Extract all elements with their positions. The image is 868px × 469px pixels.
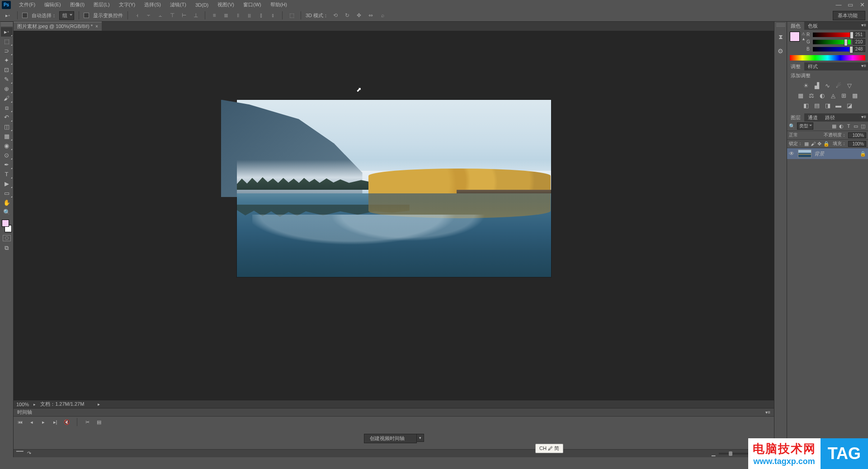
lock-pixels-icon[interactable]: 🖌: [811, 141, 816, 147]
panel-menu-icon[interactable]: ▾≡: [765, 410, 770, 415]
eyedropper-tool[interactable]: ✎: [1, 75, 13, 84]
hand-tool[interactable]: ✋: [1, 198, 13, 207]
align-left-icon[interactable]: ⫞: [132, 11, 142, 20]
move-tool[interactable]: ▸+: [1, 27, 13, 37]
pen-tool[interactable]: ✒: [1, 160, 13, 169]
distribute-1-icon[interactable]: ≡: [210, 11, 219, 20]
panel-handle[interactable]: [1, 23, 13, 26]
current-color-swatch[interactable]: [790, 32, 800, 42]
menu-type[interactable]: 文字(Y): [114, 0, 140, 9]
healing-tool[interactable]: ⊕: [1, 84, 13, 94]
distribute-4-icon[interactable]: ⫼: [245, 11, 254, 20]
filter-shape-icon[interactable]: ▭: [853, 123, 859, 129]
align-right-icon[interactable]: ⫠: [156, 11, 165, 20]
audio-icon[interactable]: 🔇: [63, 418, 71, 426]
properties-panel-icon[interactable]: ⚙: [776, 46, 786, 56]
color-swatches[interactable]: [1, 220, 13, 232]
menu-image[interactable]: 图像(I): [66, 0, 89, 9]
create-timeline-dropdown[interactable]: ▾: [417, 434, 424, 442]
3d-roll-icon[interactable]: ↻: [343, 11, 352, 20]
type-tool[interactable]: T: [1, 169, 13, 179]
close-button[interactable]: ✕: [856, 0, 868, 9]
quick-mask-toggle[interactable]: [3, 235, 11, 241]
visibility-toggle-icon[interactable]: 👁: [789, 150, 795, 157]
opacity-field[interactable]: 100%: [848, 132, 866, 138]
auto-select-checkbox[interactable]: [22, 13, 28, 18]
panel-menu-icon[interactable]: ▾≡: [859, 113, 868, 122]
panel-menu-icon[interactable]: ▾≡: [859, 22, 868, 30]
lock-transparent-icon[interactable]: ▦: [804, 141, 809, 147]
photo-filter-icon[interactable]: ◬: [829, 92, 837, 99]
3d-pan-icon[interactable]: ✥: [354, 11, 363, 20]
align-top-icon[interactable]: ⊤: [168, 11, 177, 20]
brush-tool[interactable]: 🖌: [1, 94, 13, 103]
lock-position-icon[interactable]: ✥: [817, 141, 821, 147]
hue-strip[interactable]: [790, 55, 865, 61]
lasso-tool[interactable]: ⊃: [1, 46, 13, 56]
tab-color[interactable]: 颜色: [787, 22, 804, 30]
layer-item-background[interactable]: 👁 背景 🔒: [787, 148, 868, 159]
layer-name[interactable]: 背景: [814, 150, 857, 157]
distribute-3-icon[interactable]: ⫴: [233, 11, 242, 20]
vibrance-icon[interactable]: ▽: [845, 82, 854, 89]
r-slider[interactable]: [813, 33, 851, 37]
zoom-tool[interactable]: 🔍: [1, 207, 13, 217]
menu-window[interactable]: 窗口(W): [239, 0, 266, 9]
minimize-button[interactable]: —: [833, 0, 844, 9]
invert-icon[interactable]: ◧: [802, 102, 810, 109]
tab-adjustments[interactable]: 调整: [787, 62, 804, 70]
menu-edit[interactable]: 编辑(E): [40, 0, 66, 9]
tab-channels[interactable]: 通道: [804, 113, 821, 122]
layer-thumbnail[interactable]: [798, 150, 811, 158]
panel-handle[interactable]: [776, 23, 785, 27]
filter-pixel-icon[interactable]: ▦: [831, 123, 837, 129]
canvas-viewport[interactable]: ⬈: [14, 31, 774, 400]
menu-help[interactable]: 帮助(H): [266, 0, 292, 9]
status-menu-icon[interactable]: ▸: [98, 402, 100, 407]
panel-menu-icon[interactable]: ▾≡: [859, 62, 868, 70]
distribute-5-icon[interactable]: ⫿: [257, 11, 266, 20]
brightness-icon[interactable]: ☀: [802, 82, 810, 89]
zoom-level[interactable]: 100%: [16, 402, 29, 407]
shape-tool[interactable]: ▭: [1, 188, 13, 198]
dodge-tool[interactable]: ⊙: [1, 150, 13, 160]
filter-smart-icon[interactable]: ◫: [860, 123, 866, 129]
menu-layer[interactable]: 图层(L): [89, 0, 114, 9]
distribute-2-icon[interactable]: ≣: [222, 11, 231, 20]
3d-zoom-icon[interactable]: ⌕: [378, 11, 387, 20]
history-panel-icon[interactable]: ⧗: [776, 32, 786, 42]
stamp-tool[interactable]: ⧈: [1, 103, 13, 113]
transition-icon[interactable]: ▤: [95, 418, 103, 426]
marquee-tool[interactable]: ⬚: [1, 37, 13, 46]
align-hcenter-icon[interactable]: ⫟: [144, 11, 153, 20]
3d-icon[interactable]: ⬚: [287, 11, 296, 20]
filter-adjust-icon[interactable]: ◐: [838, 123, 844, 129]
threshold-icon[interactable]: ◨: [824, 102, 832, 109]
first-frame-icon[interactable]: ⏮: [16, 418, 24, 426]
play-icon[interactable]: ▸: [40, 418, 47, 426]
tab-swatches[interactable]: 色板: [804, 22, 821, 30]
workspace-switcher[interactable]: 基本功能: [833, 11, 865, 20]
screen-mode-toggle[interactable]: ⧉: [1, 243, 13, 253]
auto-select-dropdown[interactable]: 组: [59, 11, 74, 20]
levels-icon[interactable]: ▟: [813, 82, 821, 89]
menu-file[interactable]: 文件(F): [14, 0, 40, 9]
maximize-button[interactable]: ▭: [844, 0, 856, 9]
lock-all-icon[interactable]: 🔒: [823, 141, 830, 147]
show-transform-checkbox[interactable]: [84, 13, 89, 18]
menu-filter[interactable]: 滤镜(T): [165, 0, 191, 9]
menu-select[interactable]: 选择(S): [140, 0, 165, 9]
path-select-tool[interactable]: ▶: [1, 179, 13, 188]
align-bottom-icon[interactable]: ⊥: [191, 11, 200, 20]
foreground-color[interactable]: [2, 220, 9, 227]
g-slider[interactable]: [813, 40, 851, 44]
g-value[interactable]: 210: [853, 39, 865, 45]
close-tab-icon[interactable]: ×: [95, 24, 98, 29]
3d-orbit-icon[interactable]: ⟲: [331, 11, 340, 20]
menu-view[interactable]: 视图(V): [213, 0, 239, 9]
current-tool-icon[interactable]: ▸+: [3, 11, 13, 20]
prev-frame-icon[interactable]: ◂: [28, 418, 35, 426]
history-brush-tool[interactable]: ↶: [1, 113, 13, 122]
r-value[interactable]: 251: [853, 32, 865, 38]
document-tab[interactable]: 图片素材.jpeg @ 100%(RGB/8#) * ×: [14, 22, 102, 31]
